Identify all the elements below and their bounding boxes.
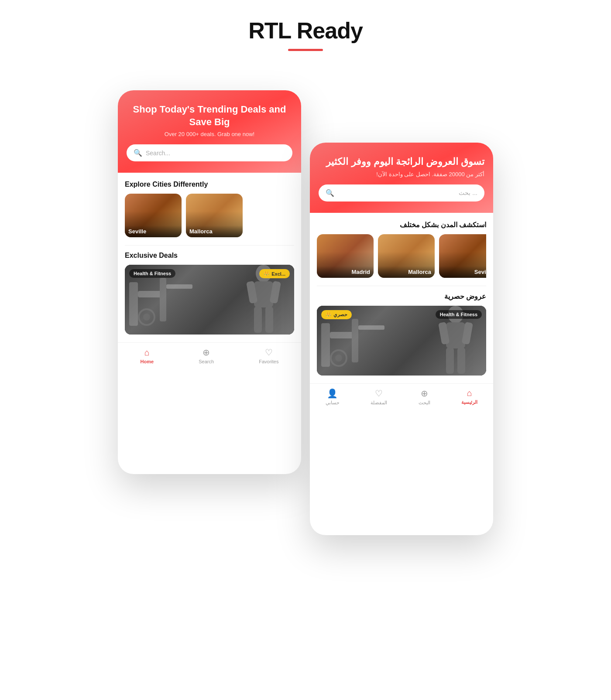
rtl-deal-card[interactable]: 👑 حصري Health & Fitness (317, 306, 486, 376)
rtl-cities-heading: استكشف المدن بشكل مختلف (317, 221, 486, 229)
ltr-header-subtitle: Over 20 000+ deals. Grab one now! (127, 131, 292, 137)
rtl-search-placeholder: ... بحث (338, 189, 477, 196)
svg-rect-10 (254, 307, 262, 333)
page-title: RTL Ready (248, 17, 363, 44)
city-label-mallorca-rtl: Mallorca (378, 266, 435, 278)
city-label-seville-rtl: Seville (439, 266, 486, 278)
svg-rect-2 (160, 278, 166, 321)
nav-account-rtl[interactable]: 👤 حسابي (326, 388, 340, 406)
ltr-phone-header: Shop Today's Trending Deals and Save Big… (118, 90, 301, 173)
svg-rect-7 (254, 281, 273, 307)
city-label-seville: Seville (125, 225, 182, 237)
search-nav-icon: ⊕ (203, 347, 210, 358)
nav-favorites-label: Favorites (259, 359, 278, 364)
city-label-mallorca: Mallorca (186, 225, 243, 237)
svg-point-5 (143, 314, 150, 321)
nav-favorites-rtl[interactable]: ♡ المفضلة (371, 388, 387, 406)
ltr-cities-heading: Explore Cities Differently (125, 181, 294, 188)
home-icon: ⌂ (144, 348, 150, 358)
city-card-madrid[interactable]: Madrid (317, 234, 374, 278)
page-header: RTL Ready (248, 17, 363, 51)
section-separator (125, 245, 294, 246)
nav-home[interactable]: ⌂ Home (141, 348, 154, 364)
svg-rect-12 (321, 323, 330, 367)
rtl-deal-category-badge: Health & Fitness (436, 310, 482, 319)
svg-rect-14 (352, 319, 358, 362)
exclusive-label: Excl... (271, 271, 285, 277)
search-icon: 🔍 (134, 149, 142, 157)
nav-search-label-rtl: البحث (419, 400, 430, 406)
ltr-phone: Shop Today's Trending Deals and Save Big… (118, 90, 301, 474)
nav-search-label: Search (199, 359, 214, 364)
nav-home-rtl[interactable]: ⌂ الرئيسية (461, 388, 477, 405)
ltr-bottom-nav: ⌂ Home ⊕ Search ♡ Favorites (118, 342, 301, 371)
title-underline (288, 49, 323, 51)
svg-rect-22 (446, 348, 454, 374)
svg-rect-0 (129, 282, 138, 326)
ltr-search-placeholder: Search... (146, 150, 285, 157)
city-card-mallorca[interactable]: Mallorca (186, 194, 243, 237)
ltr-header-title: Shop Today's Trending Deals and Save Big (127, 103, 292, 128)
nav-search-rtl[interactable]: ⊕ البحث (419, 388, 430, 406)
rtl-header-subtitle: أكثر من 20000 صفقة. احصل على واحدة الآن! (319, 171, 484, 178)
svg-rect-3 (166, 284, 192, 289)
city-card-seville-rtl[interactable]: Seville (439, 234, 486, 278)
city-card-mallorca-rtl[interactable]: Mallorca (378, 234, 435, 278)
rtl-city-cards: Madrid Mallorca Seville (317, 234, 486, 278)
phones-wrapper: Shop Today's Trending Deals and Save Big… (118, 73, 493, 622)
rtl-phone-body: استكشف المدن بشكل مختلف Madrid Mallorca (310, 213, 493, 383)
heart-icon-rtl: ♡ (375, 388, 383, 399)
rtl-phone-header: تسوق العروض الرائجة اليوم ووفر الكثير أك… (310, 143, 493, 213)
nav-home-label: Home (141, 359, 154, 364)
search-icon-rtl: 🔍 (326, 189, 334, 197)
crown-icon: 👑 (264, 271, 270, 277)
ltr-deals-heading: Exclusive Deals (125, 252, 294, 260)
section-sep-rtl (317, 286, 486, 286)
svg-rect-23 (457, 348, 465, 374)
svg-rect-15 (358, 325, 384, 330)
rtl-phone: تسوق العروض الرائجة اليوم ووفر الكثير أك… (310, 143, 493, 535)
svg-rect-11 (265, 307, 273, 333)
nav-favorites[interactable]: ♡ Favorites (259, 347, 278, 364)
rtl-deal-exclusive-badge: 👑 حصري (321, 310, 352, 319)
ltr-city-cards: Seville Mallorca (125, 194, 294, 237)
user-icon-rtl: 👤 (327, 388, 338, 399)
ltr-search-bar[interactable]: 🔍 Search... (127, 144, 292, 161)
nav-account-label-rtl: حسابي (326, 400, 340, 406)
rtl-search-bar[interactable]: 🔍 ... بحث (319, 184, 484, 201)
ltr-deal-category-badge: Health & Fitness (129, 269, 175, 278)
ltr-phone-body: Explore Cities Differently Seville Mallo… (118, 173, 301, 342)
svg-point-17 (335, 355, 342, 362)
heart-icon: ♡ (265, 347, 273, 358)
nav-search[interactable]: ⊕ Search (199, 347, 214, 364)
crown-icon-rtl: 👑 (326, 312, 332, 318)
rtl-bottom-nav: ⌂ الرئيسية ⊕ البحث ♡ المفضلة 👤 حسابي (310, 383, 493, 413)
svg-rect-19 (446, 322, 465, 348)
search-nav-icon-rtl: ⊕ (421, 388, 428, 399)
rtl-deals-heading: عروض حصرية (317, 292, 486, 300)
home-icon-rtl: ⌂ (467, 388, 472, 398)
rtl-header-title: تسوق العروض الرائجة اليوم ووفر الكثير (319, 156, 484, 168)
exclusive-label-rtl: حصري (333, 312, 347, 318)
nav-home-label-rtl: الرئيسية (461, 400, 477, 405)
city-card-seville[interactable]: Seville (125, 194, 182, 237)
ltr-deal-exclusive-badge: 👑 Excl... (259, 269, 290, 278)
nav-favorites-label-rtl: المفضلة (371, 400, 387, 406)
city-label-madrid: Madrid (317, 266, 374, 278)
ltr-deal-card[interactable]: Health & Fitness 👑 Excl... (125, 265, 294, 335)
